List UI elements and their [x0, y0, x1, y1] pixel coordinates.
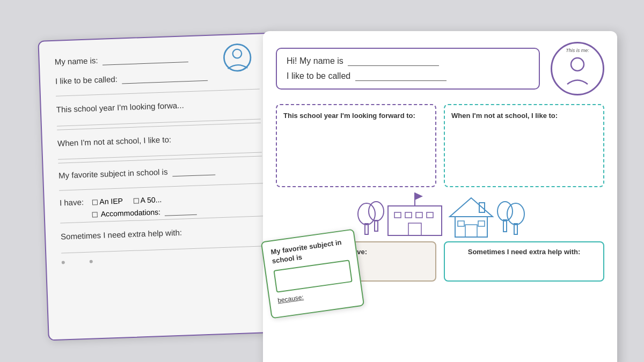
svg-rect-23 [503, 220, 507, 232]
svg-point-1 [232, 49, 241, 58]
svg-rect-19 [458, 221, 464, 226]
not-school-box: When I'm not at school, I like to: [444, 104, 604, 187]
back-extrahelp-row: Sometimes I need extra help with: [61, 224, 265, 243]
name-box: Hi! My name is I like to be called [276, 48, 540, 90]
svg-point-5 [369, 202, 384, 221]
back-divider-3 [57, 122, 261, 129]
called-field: I like to be called [287, 71, 529, 81]
dotted-boxes-row: This school year I'm looking forward to:… [276, 104, 604, 187]
svg-rect-20 [478, 221, 485, 226]
back-divider-2 [57, 118, 261, 125]
svg-rect-17 [455, 217, 487, 237]
back-name-label: My name is: [54, 55, 98, 66]
hi-name-field: Hi! My name is [287, 56, 529, 66]
svg-point-22 [497, 202, 513, 221]
avatar-figure-icon [563, 55, 592, 87]
back-notschool-label: When I'm not at school, I like to: [57, 134, 172, 147]
school-building-icon [383, 190, 447, 238]
back-extrahelp-label: Sometimes I need extra help with: [61, 227, 182, 241]
back-called-label: I like to be called: [55, 74, 118, 85]
green-card: My favorite subject in school is because… [261, 228, 364, 319]
iep-checkbox[interactable] [92, 200, 98, 205]
tree-left-icon [356, 198, 385, 238]
svg-rect-10 [394, 212, 401, 218]
front-header: Hi! My name is I like to be called This … [276, 42, 604, 95]
svg-rect-13 [427, 212, 433, 218]
svg-point-2 [571, 58, 584, 71]
illustration-row [276, 187, 604, 238]
svg-marker-16 [450, 198, 493, 217]
this-is-me-label: This is me: [566, 48, 589, 53]
tree-right-icon [495, 198, 525, 238]
504-checkbox[interactable] [133, 198, 138, 203]
svg-rect-9 [388, 206, 442, 235]
extra-help-box: Sometimes I need extra help with: [444, 241, 604, 282]
back-divider-7 [60, 216, 264, 223]
back-paper: My name is: I like to be called: This sc… [38, 32, 284, 341]
called-label: I like to be called [287, 71, 350, 80]
back-divider-4 [58, 152, 262, 159]
back-forward-label: This school year I'm looking forwa... [56, 100, 184, 114]
school-year-title: This school year I'm looking forward to: [283, 112, 429, 121]
svg-point-24 [507, 203, 524, 225]
back-504-item: A 50... [133, 195, 162, 204]
dot-1 [62, 260, 65, 263]
back-divider-8 [61, 245, 265, 253]
svg-point-0 [224, 43, 251, 71]
svg-rect-12 [416, 212, 422, 218]
back-divider-5 [58, 156, 262, 163]
back-iep-item: An IEP [92, 196, 125, 206]
back-accommodations-row: Accommodations: [92, 204, 264, 218]
back-paper-icon [222, 42, 253, 72]
extra-help-title: Sometimes I need extra help with: [451, 248, 597, 256]
svg-rect-6 [375, 220, 378, 231]
called-underline [355, 79, 447, 81]
back-notschool-row: When I'm not at school, I like to: [57, 130, 262, 149]
accommodations-checkbox[interactable] [92, 212, 98, 217]
accommodations-line [165, 212, 197, 216]
house-icon [447, 195, 495, 238]
svg-point-3 [358, 203, 375, 225]
back-divider-1 [56, 88, 260, 96]
svg-rect-11 [405, 212, 412, 218]
back-divider-6 [59, 183, 263, 190]
avatar-circle: This is me: [551, 42, 604, 95]
back-subject-line [172, 173, 215, 176]
svg-rect-14 [408, 223, 421, 235]
back-dots-row [62, 253, 266, 263]
name-underline [348, 64, 439, 66]
school-year-box: This school year I'm looking forward to: [276, 104, 436, 187]
back-subject-row: My favorite subject in school is [58, 164, 262, 180]
back-name-line [103, 60, 188, 65]
svg-marker-8 [415, 193, 423, 200]
accommodations-label: Accommodations: [101, 208, 161, 218]
back-called-line [122, 78, 208, 84]
svg-rect-18 [465, 225, 477, 237]
scene: My name is: I like to be called: This sc… [27, 20, 617, 342]
back-subject-label: My favorite subject in school is [58, 167, 168, 180]
dot-2 [90, 260, 93, 263]
back-forward-row: This school year I'm looking forwa... [56, 97, 260, 116]
back-ihave-label: I have: [60, 197, 84, 208]
not-school-title: When I'm not at school, I like to: [451, 112, 597, 121]
hi-name-label: Hi! My name is [287, 56, 343, 65]
